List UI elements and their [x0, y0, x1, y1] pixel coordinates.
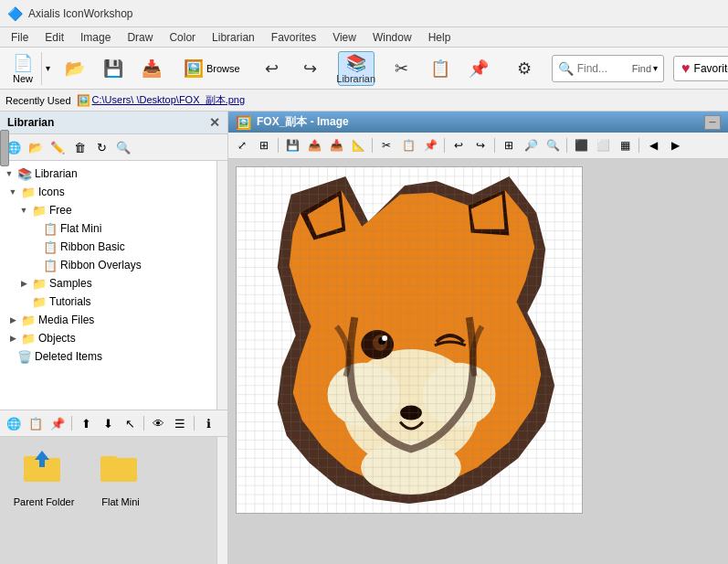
lib-prev-button[interactable]: ↖ — [120, 413, 140, 433]
lib-paste-button[interactable]: 📌 — [47, 413, 68, 433]
tree-item-samples[interactable]: ▶ 📁 Samples — [0, 274, 216, 293]
tree-item-flat-mini[interactable]: 📋 Flat Mini — [0, 219, 216, 238]
img-redo[interactable]: ↪ — [470, 135, 491, 155]
lib-global-button[interactable]: 🌐 — [4, 413, 24, 433]
cut-button[interactable]: ✂ — [384, 51, 420, 86]
menu-view[interactable]: View — [325, 29, 364, 46]
img-paste[interactable]: 📌 — [420, 135, 440, 155]
redo-button[interactable]: ↪ — [292, 51, 329, 86]
img-cut[interactable]: ✂ — [376, 135, 396, 155]
tree-icon-free: 📁 — [32, 203, 47, 218]
menu-help[interactable]: Help — [421, 29, 459, 46]
image-canvas-area — [228, 159, 728, 564]
lib-down-button[interactable]: ⬇ — [98, 413, 118, 433]
tree-item-librarian[interactable]: ▼ 📚 Librarian — [0, 165, 216, 183]
tree-label-librarian: Librarian — [35, 167, 78, 180]
img-view-1[interactable]: ⬛ — [571, 135, 591, 155]
open-button[interactable]: 📂 — [57, 51, 93, 86]
settings-button[interactable]: ⚙ — [506, 51, 543, 86]
save-button[interactable]: 💾 — [95, 51, 132, 86]
tree-icon-deleted-items: 🗑️ — [17, 349, 32, 364]
img-undo[interactable]: ↩ — [448, 135, 469, 155]
file-item-flat-mini[interactable]: Flat Mini — [84, 444, 157, 557]
img-zoom-1[interactable]: 🔎 — [521, 135, 541, 155]
image-minimize-button[interactable]: ─ — [704, 115, 721, 130]
find-arrow[interactable]: ▾ — [653, 63, 658, 73]
tree-item-objects[interactable]: ▶ 📁 Objects — [0, 329, 216, 347]
paste-button[interactable]: 📌 — [460, 51, 497, 86]
img-tool-1[interactable]: ⤢ — [232, 135, 252, 155]
new-button-arrow[interactable]: ▾ — [41, 52, 54, 85]
find-group[interactable]: 🔍 Find ▾ — [552, 55, 664, 82]
parent-folder-label: Parent Folder — [14, 496, 75, 507]
copy-icon: 📋 — [430, 59, 450, 79]
tree-item-ribbon-overlays[interactable]: 📋 Ribbon Overlays — [0, 256, 216, 274]
tree-item-free[interactable]: ▼ 📁 Free — [0, 201, 216, 219]
tree-icon-librarian: 📚 — [17, 166, 32, 181]
img-sep-5 — [566, 138, 567, 153]
svg-marker-2 — [35, 451, 49, 460]
image-area: 🖼️ FOX_副本 - Image ─ ⤢ ⊞ 💾 📤 📥 📐 ✂ 📋 📌 — [228, 112, 728, 564]
menu-file[interactable]: File — [4, 29, 36, 46]
lib-list-button[interactable]: ☰ — [170, 413, 190, 433]
tree-item-ribbon-basic[interactable]: 📋 Ribbon Basic — [0, 238, 216, 256]
menu-draw[interactable]: Draw — [120, 29, 160, 46]
menu-color[interactable]: Color — [162, 29, 203, 46]
browse-button[interactable]: 🖼️ Browse — [179, 51, 245, 86]
tree-item-deleted-items[interactable]: 🗑️ Deleted Items — [0, 347, 216, 366]
svg-rect-3 — [39, 460, 45, 467]
img-import[interactable]: 📥 — [326, 135, 346, 155]
img-zoom-2[interactable]: 🔍 — [543, 135, 563, 155]
save-as-button[interactable]: 📥 — [133, 51, 170, 86]
lib-scrollbar[interactable] — [216, 161, 227, 410]
img-copy[interactable]: 📋 — [398, 135, 418, 155]
lib-open-button[interactable]: 📂 — [26, 137, 46, 157]
new-button-group[interactable]: 📄 New ▾ — [4, 51, 55, 86]
menu-favorites[interactable]: Favorites — [264, 29, 323, 46]
menu-image[interactable]: Image — [73, 29, 118, 46]
file-item-parent-folder[interactable]: Parent Folder — [7, 444, 80, 557]
lib-delete-button[interactable]: 🗑 — [69, 137, 90, 157]
librarian-close-button[interactable]: ✕ — [209, 115, 220, 130]
lib-edit-button[interactable]: ✏️ — [47, 137, 68, 157]
menu-edit[interactable]: Edit — [37, 29, 71, 46]
lib-view-button[interactable]: 👁 — [148, 413, 168, 433]
menu-librarian[interactable]: Librarian — [205, 29, 262, 46]
img-prev[interactable]: ◀ — [643, 135, 663, 155]
img-export[interactable]: 📤 — [304, 135, 324, 155]
librarian-header: Librarian ✕ — [0, 112, 227, 134]
app-icon: 🔷 — [7, 6, 23, 21]
favorites-button[interactable]: ♥ Favorites ▾ — [673, 56, 728, 81]
tree-arrow-samples: ▶ — [18, 278, 29, 289]
lib-up-button[interactable]: ⬆ — [76, 413, 96, 433]
img-view-3[interactable]: ▦ — [615, 135, 635, 155]
tree-label-ribbon-overlays: Ribbon Overlays — [60, 259, 142, 271]
img-size[interactable]: 📐 — [348, 135, 368, 155]
parent-folder-icon-img — [22, 449, 66, 493]
lib-scrollbar-thumb[interactable] — [0, 161, 9, 166]
lib-search-button[interactable]: 🔍 — [113, 137, 133, 157]
find-input[interactable] — [577, 62, 632, 75]
lib-info-button[interactable]: ℹ — [198, 413, 218, 433]
tree-item-icons[interactable]: ▼ 📁 Icons — [0, 183, 216, 201]
librarian-button[interactable]: 📚 Librarian — [338, 51, 375, 86]
img-save[interactable]: 💾 — [282, 135, 302, 155]
undo-button[interactable]: ↩ — [254, 51, 290, 86]
menu-window[interactable]: Window — [365, 29, 419, 46]
img-tool-2[interactable]: ⊞ — [254, 135, 274, 155]
flat-mini-icon-img — [99, 449, 142, 493]
lib-copy-button[interactable]: 📋 — [26, 413, 46, 433]
tree-arrow-ribbon-overlays — [29, 260, 40, 271]
bottom-scrollbar[interactable] — [216, 437, 227, 564]
bottom-file-area: Parent Folder Flat Mini — [0, 436, 227, 564]
tree-item-tutorials[interactable]: 📁 Tutorials — [0, 293, 216, 311]
tree-item-media-files[interactable]: ▶ 📁 Media Files — [0, 311, 216, 329]
img-view-2[interactable]: ⬜ — [593, 135, 613, 155]
new-button-main[interactable]: 📄 New — [5, 52, 41, 85]
copy-button[interactable]: 📋 — [422, 51, 459, 86]
img-grid[interactable]: ⊞ — [499, 135, 519, 155]
recent-file-path[interactable]: C:\Users\ \Desktop\FOX_副本.png — [92, 93, 246, 107]
img-next[interactable]: ▶ — [665, 135, 685, 155]
lib-refresh-button[interactable]: ↻ — [91, 137, 111, 157]
find-label: Find — [632, 63, 651, 74]
